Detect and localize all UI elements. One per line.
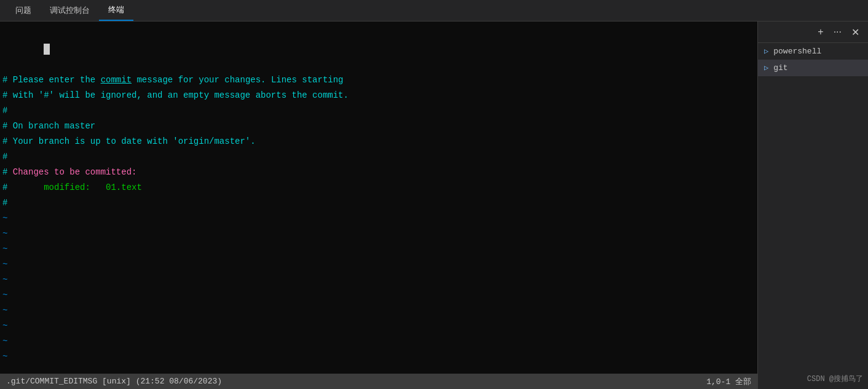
cursor-block bbox=[44, 44, 50, 55]
terminal-line-2: # with '#' will be ignored, and an empty… bbox=[2, 88, 755, 103]
terminal-line-7: # Changes to be committed: bbox=[2, 165, 755, 180]
terminal-icon-powershell: ▷ bbox=[764, 47, 768, 56]
tab-terminal[interactable]: 终端 bbox=[99, 0, 133, 21]
tab-bar: 问题 调试控制台 终端 bbox=[0, 0, 868, 22]
close-panel-button[interactable]: ✕ bbox=[849, 25, 862, 39]
tilde-4: ~ bbox=[2, 257, 755, 272]
tilde-5: ~ bbox=[2, 272, 755, 288]
tilde-1: ~ bbox=[2, 211, 755, 226]
terminal-area[interactable]: # Please enter the commit message for yo… bbox=[0, 22, 757, 389]
sidebar-right: + ··· ✕ ▷ powershell ▷ git bbox=[757, 22, 868, 389]
status-bar: .git/COMMIT_EDITMSG [unix] (21:52 08/06/… bbox=[0, 374, 757, 389]
tilde-9: ~ bbox=[2, 334, 755, 349]
terminal-line-3: # bbox=[2, 103, 755, 119]
tab-problems[interactable]: 问题 bbox=[6, 0, 41, 21]
terminal-icon-git: ▷ bbox=[764, 63, 768, 73]
terminal-line-5: # Your branch is up to date with 'origin… bbox=[2, 134, 755, 149]
shell-item-powershell[interactable]: ▷ powershell bbox=[758, 43, 868, 60]
tilde-3: ~ bbox=[2, 242, 755, 257]
tilde-6: ~ bbox=[2, 288, 755, 303]
more-options-button[interactable]: ··· bbox=[831, 25, 844, 39]
terminal-line-4: # On branch master bbox=[2, 119, 755, 134]
shell-item-git[interactable]: ▷ git bbox=[758, 60, 868, 76]
tilde-7: ~ bbox=[2, 303, 755, 318]
add-terminal-button[interactable]: + bbox=[815, 25, 826, 39]
sidebar-header: + ··· ✕ bbox=[758, 22, 868, 43]
tilde-2: ~ bbox=[2, 226, 755, 242]
terminal-line-1: # Please enter the commit message for yo… bbox=[2, 73, 755, 88]
terminal-content: # Please enter the commit message for yo… bbox=[2, 26, 755, 364]
terminal-line-8: # modified: 01.text bbox=[2, 180, 755, 195]
watermark: CSDN @搜捕鸟了 bbox=[807, 374, 863, 384]
main-area: # Please enter the commit message for yo… bbox=[0, 22, 868, 389]
status-right: 1,0-1 全部 bbox=[706, 376, 751, 387]
shell-label-git: git bbox=[773, 63, 787, 73]
tilde-10: ~ bbox=[2, 349, 755, 364]
tilde-8: ~ bbox=[2, 318, 755, 334]
terminal-line-6: # bbox=[2, 149, 755, 165]
cursor-line bbox=[2, 26, 755, 73]
tab-debug-console[interactable]: 调试控制台 bbox=[41, 0, 99, 21]
terminal-line-9: # bbox=[2, 195, 755, 211]
status-left: .git/COMMIT_EDITMSG [unix] (21:52 08/06/… bbox=[6, 377, 222, 386]
shell-label-powershell: powershell bbox=[773, 47, 821, 56]
